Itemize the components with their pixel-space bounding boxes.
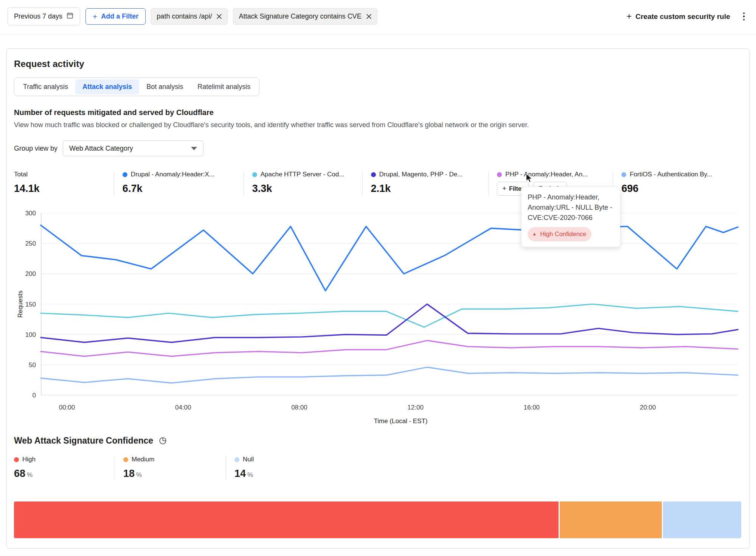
confidence-value: 68% xyxy=(14,468,115,480)
legend-dot xyxy=(252,172,257,177)
plus-icon: + xyxy=(627,11,632,22)
confidence-legend-item[interactable]: Null xyxy=(234,456,337,463)
date-range-label: Previous 7 days xyxy=(14,12,62,20)
confidence-legend-item[interactable]: Medium xyxy=(123,456,226,463)
stat-value: 2.1k xyxy=(371,183,485,195)
stat-value: 696 xyxy=(621,183,737,195)
tab-attack-analysis[interactable]: Attack analysis xyxy=(75,79,139,94)
legend-label: FortiOS - Authentication By... xyxy=(630,171,712,178)
create-custom-security-rule-button[interactable]: + Create custom security rule xyxy=(627,11,730,22)
tab-ratelimit-analysis[interactable]: Ratelimit analysis xyxy=(190,79,258,94)
legend-item-fortios-authentication-by[interactable]: FortiOS - Authentication By... xyxy=(621,171,737,178)
tooltip-text: PHP - Anomaly:Header, Anomaly:URL - NULL… xyxy=(528,193,612,221)
filter-chip[interactable]: Attack Signature Category contains CVE xyxy=(233,8,377,25)
legend-label: Medium xyxy=(132,456,154,463)
series-php-anomaly xyxy=(41,341,738,357)
legend-label: High xyxy=(22,456,36,463)
stats-row: Total 14.1k Drupal - Anomaly:Header:X...… xyxy=(14,171,741,196)
mouse-cursor-icon xyxy=(525,174,534,183)
legend-dot xyxy=(234,457,239,462)
stat-total-label: Total xyxy=(14,171,28,178)
filter-chip-label: path contains /api/ xyxy=(157,12,212,20)
legend-dot xyxy=(371,172,376,177)
bar-segment-high[interactable] xyxy=(14,501,559,538)
confidence-high: High 68% xyxy=(14,456,115,480)
legend-item-php-anomaly-header-an[interactable]: PHP - Anomaly:Header, An... xyxy=(497,171,609,178)
add-filter-button[interactable]: + Add a Filter xyxy=(85,8,146,25)
legend-dot xyxy=(123,172,127,177)
legend-dot xyxy=(497,172,502,177)
pie-chart-toggle-icon[interactable] xyxy=(158,436,167,445)
analysis-tabs: Traffic analysisAttack analysisBot analy… xyxy=(14,78,259,96)
legend-label: Drupal, Magento, PHP - De... xyxy=(379,171,463,178)
top-toolbar: Previous 7 days + Add a Filter path cont… xyxy=(0,0,756,35)
mitigation-heading: Number of requests mitigated and served … xyxy=(14,108,741,117)
legend-label: Drupal - Anomaly:Header:X... xyxy=(131,171,214,178)
svg-text:20:00: 20:00 xyxy=(640,404,656,411)
group-view-select[interactable]: Web Attack Category xyxy=(63,140,203,156)
confidence-stacked-bar xyxy=(14,501,741,538)
bar-segment-medium[interactable] xyxy=(560,501,662,538)
series-drupal-anomaly-header xyxy=(41,225,738,291)
svg-text:300: 300 xyxy=(25,210,36,217)
legend-label: Apache HTTP Server - Cod... xyxy=(261,171,345,178)
confidence-legend-item[interactable]: High xyxy=(14,456,115,463)
stat-total-value: 14.1k xyxy=(14,183,110,195)
svg-text:Requests: Requests xyxy=(17,291,24,318)
stat-drupal-magento-php-de: Drupal, Magento, PHP - De... 2.1k xyxy=(362,171,489,196)
svg-text:150: 150 xyxy=(25,301,36,308)
legend-dot xyxy=(123,457,128,462)
page-title: Request activity xyxy=(14,59,741,69)
plus-icon: + xyxy=(93,14,97,20)
svg-text:250: 250 xyxy=(25,240,36,247)
confidence-null: Null 14% xyxy=(226,456,337,480)
svg-text:12:00: 12:00 xyxy=(407,404,424,411)
close-icon[interactable] xyxy=(216,14,222,19)
confidence-heading: Web Attack Signature Confidence xyxy=(14,436,153,446)
stat-php-anomaly-header-an: PHP - Anomaly:Header, An... +Filter Excl… xyxy=(488,171,613,196)
tab-traffic-analysis[interactable]: Traffic analysis xyxy=(16,79,75,94)
group-view-value: Web Attack Category xyxy=(69,145,133,153)
svg-text:08:00: 08:00 xyxy=(291,404,307,411)
high-confidence-badge: ▲High Confidence xyxy=(528,227,591,241)
svg-text:50: 50 xyxy=(29,361,36,369)
close-icon[interactable] xyxy=(366,14,372,19)
stat-value: 6.7k xyxy=(123,183,240,195)
legend-item-apache-http-server-cod[interactable]: Apache HTTP Server - Cod... xyxy=(252,171,359,178)
request-activity-card: Request activity Traffic analysisAttack … xyxy=(6,48,750,548)
signature-tooltip: PHP - Anomaly:Header, Anomaly:URL - NULL… xyxy=(521,187,620,247)
svg-text:00:00: 00:00 xyxy=(59,404,75,411)
legend-label: Null xyxy=(243,456,254,463)
filter-chip[interactable]: path contains /api/ xyxy=(151,8,228,25)
confidence-legend: High 68% Medium 18% Null 14% xyxy=(14,456,741,480)
chevron-down-icon xyxy=(191,147,197,150)
stat-apache-http-server-cod: Apache HTTP Server - Cod... 3.3k xyxy=(244,171,362,196)
confidence-value: 18% xyxy=(123,468,226,480)
stat-fortios-authentication-by: FortiOS - Authentication By... 696 xyxy=(613,171,741,196)
stat-value: 3.3k xyxy=(252,183,359,195)
mitigation-description: View how much traffic was blocked or cha… xyxy=(14,121,741,129)
legend-dot xyxy=(621,172,626,177)
more-options-kebab-icon[interactable] xyxy=(740,10,748,23)
bar-segment-null[interactable] xyxy=(663,501,741,538)
legend-item-drupal-anomaly-header-x[interactable]: Drupal - Anomaly:Header:X... xyxy=(123,171,240,178)
add-filter-label: Add a Filter xyxy=(101,12,138,20)
series-fortios-authentication xyxy=(41,367,738,383)
legend-dot xyxy=(14,457,19,462)
legend-item-drupal-magento-php-de[interactable]: Drupal, Magento, PHP - De... xyxy=(371,171,485,178)
svg-text:100: 100 xyxy=(25,331,36,338)
stat-drupal-anomaly-header-x: Drupal - Anomaly:Header:X... 6.7k xyxy=(114,171,244,196)
group-view-label: Group view by xyxy=(14,145,57,153)
series-apache-http-server xyxy=(41,304,738,327)
triangle-up-icon: ▲ xyxy=(532,229,537,239)
date-range-button[interactable]: Previous 7 days xyxy=(8,8,80,25)
svg-text:200: 200 xyxy=(25,270,36,277)
svg-text:04:00: 04:00 xyxy=(175,404,191,411)
confidence-medium: Medium 18% xyxy=(115,456,226,480)
svg-text:16:00: 16:00 xyxy=(524,404,540,411)
stat-total: Total 14.1k xyxy=(14,171,114,196)
confidence-value: 14% xyxy=(234,468,337,480)
tab-bot-analysis[interactable]: Bot analysis xyxy=(139,79,190,94)
requests-line-chart: 05010015020025030000:0004:0008:0012:0016… xyxy=(14,204,741,424)
create-rule-label: Create custom security rule xyxy=(635,12,730,21)
